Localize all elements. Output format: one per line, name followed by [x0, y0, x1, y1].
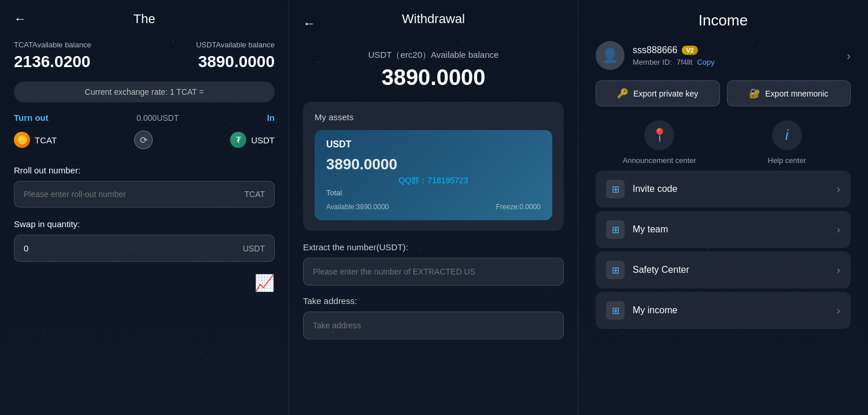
balance-labels-row: TCATAvailable balance USDTAvailable bala… — [14, 40, 275, 49]
announcement-center-item[interactable]: 📍 Announcement center — [596, 120, 723, 165]
menu-list: ⊞ Invite code › ⊞ My team › ⊞ Safety Cen… — [596, 171, 851, 329]
announcement-icon: 📍 — [644, 120, 674, 150]
invite-code-label: Invite code — [633, 184, 677, 194]
safety-center-menu-item[interactable]: ⊞ Safety Center › — [596, 251, 851, 288]
tcat-token-item[interactable]: 🪙 TCAT — [14, 132, 57, 148]
member-id-value: 7f4llt — [677, 58, 692, 66]
swap-in-value: 0 — [24, 243, 28, 253]
invite-code-icon: ⊞ — [606, 180, 625, 198]
swap-direction-row: Turn out 0.000USDT In — [14, 113, 275, 123]
usdt-card-amount: 3890.0000 — [326, 155, 541, 173]
income-title: Income — [596, 12, 851, 29]
assets-card: My assets USDT 3890.0000 QQ群：718195723 T… — [303, 102, 564, 231]
exchange-rate-bar: Current exchange rate: 1 TCAT = — [14, 81, 275, 102]
profile-info: sss888666 V2 Member ID: 7f4llt Copy — [633, 45, 715, 66]
roll-out-input[interactable] — [24, 190, 244, 199]
middle-header: ← Withdrawal — [303, 12, 564, 36]
center-icons-row: 📍 Announcement center i Help center — [596, 120, 851, 165]
usdt-card-total: Total — [326, 188, 541, 197]
tcat-balance-label: TCATAvailable balance — [14, 40, 91, 49]
usdt-balance-value: 3890.0000 — [198, 53, 275, 71]
my-team-chevron: › — [837, 224, 840, 236]
take-address-label: Take address: — [303, 296, 564, 306]
left-header: ← The — [14, 12, 275, 27]
export-private-key-label: Export private key — [633, 89, 698, 98]
roll-out-label: Rroll out number: — [14, 165, 275, 175]
roll-out-suffix: TCAT — [244, 190, 265, 199]
exchange-rate-text: Current exchange rate: 1 TCAT = — [85, 87, 204, 97]
avatar: 👤 — [596, 41, 625, 70]
safety-center-icon: ⊞ — [606, 261, 625, 279]
in-label: In — [267, 113, 275, 123]
token-icons-row: 🪙 TCAT ⟳ ₮ USDT — [14, 131, 275, 149]
tcat-balance-value: 2136.0200 — [14, 53, 90, 71]
qq-watermark: QQ群：718195723 — [326, 176, 541, 186]
extract-label: Extract the number(USDT): — [303, 242, 564, 252]
my-team-label: My team — [633, 224, 668, 235]
balance-values-row: 2136.0200 3890.0000 — [14, 53, 275, 71]
invite-code-chevron: › — [837, 183, 840, 195]
help-center-label: Help center — [768, 156, 806, 165]
announcement-center-label: Announcement center — [623, 156, 696, 165]
back-button-middle[interactable]: ← — [303, 16, 316, 31]
username-row: sss888666 V2 — [633, 45, 715, 55]
my-income-menu-item-left: ⊞ My income — [606, 301, 677, 320]
help-icon: i — [772, 120, 802, 150]
invite-code-menu-item[interactable]: ⊞ Invite code › — [596, 171, 851, 208]
usdt-balance-label: USDTAvailable balance — [196, 40, 275, 49]
freeze-text: Freeze:0.0000 — [496, 203, 541, 211]
v2-badge: V2 — [682, 46, 697, 55]
turn-out-label: Turn out — [14, 113, 49, 123]
help-center-item[interactable]: i Help center — [723, 120, 851, 165]
extract-input[interactable] — [313, 267, 554, 276]
username: sss888666 — [633, 45, 677, 55]
my-team-menu-item[interactable]: ⊞ My team › — [596, 211, 851, 248]
back-button-left[interactable]: ← — [14, 12, 27, 27]
swap-in-suffix: USDT — [243, 244, 265, 253]
avail-balance-label: USDT（erc20）Available balance — [303, 50, 564, 61]
extract-input-box[interactable] — [303, 258, 564, 286]
withdrawal-title: Withdrawal — [402, 12, 465, 27]
lock-icon: 🔐 — [749, 88, 760, 99]
usdt-token-item[interactable]: ₮ USDT — [230, 132, 275, 148]
my-income-chevron: › — [837, 305, 840, 317]
right-panel: Income 👤 sss888666 V2 Member ID: 7f4llt … — [578, 0, 868, 415]
take-address-input-box[interactable] — [303, 312, 564, 339]
my-team-icon: ⊞ — [606, 220, 625, 239]
middle-panel: ← Withdrawal USDT（erc20）Available balanc… — [289, 0, 578, 415]
safety-center-chevron: › — [837, 264, 840, 276]
tcat-token-label: TCAT — [35, 135, 57, 145]
left-panel-title: The — [134, 12, 156, 27]
usdt-amount-display: 0.000USDT — [136, 113, 179, 123]
roll-out-input-box[interactable]: TCAT — [14, 181, 275, 208]
usdt-icon: ₮ — [230, 132, 246, 148]
swap-in-label: Swap in quantity: — [14, 219, 275, 229]
profile-left: 👤 sss888666 V2 Member ID: 7f4llt Copy — [596, 41, 715, 70]
left-panel: ← The TCATAvailable balance USDTAvailabl… — [0, 0, 289, 415]
my-income-icon: ⊞ — [606, 301, 625, 320]
safety-center-menu-item-left: ⊞ Safety Center — [606, 261, 689, 279]
export-mnemonic-label: Export mnemonic — [765, 89, 828, 98]
key-icon: 🔑 — [617, 88, 629, 99]
tcat-icon: 🪙 — [14, 132, 30, 148]
export-private-key-button[interactable]: 🔑 Export private key — [596, 80, 720, 106]
copy-link[interactable]: Copy — [697, 58, 714, 66]
my-income-menu-item[interactable]: ⊞ My income › — [596, 292, 851, 329]
profile-row: 👤 sss888666 V2 Member ID: 7f4llt Copy › — [596, 41, 851, 70]
usdt-card: USDT 3890.0000 QQ群：718195723 Total Avail… — [315, 130, 552, 220]
usdt-card-footer: Available:3890.0000 Freeze:0.0000 — [326, 203, 541, 211]
my-team-menu-item-left: ⊞ My team — [606, 220, 668, 239]
profile-chevron[interactable]: › — [847, 49, 851, 62]
swap-icon[interactable]: ⟳ — [134, 131, 153, 149]
member-id-label: Member ID: — [633, 58, 672, 66]
export-mnemonic-button[interactable]: 🔐 Export mnemonic — [727, 80, 851, 106]
take-address-input[interactable] — [313, 321, 554, 330]
usdt-token-label: USDT — [251, 135, 275, 145]
safety-center-label: Safety Center — [633, 265, 689, 275]
usdt-card-label: USDT — [326, 139, 541, 150]
invite-code-menu-item-left: ⊞ Invite code — [606, 180, 677, 198]
avail-balance-value: 3890.0000 — [303, 65, 564, 90]
available-text: Available:3890.0000 — [326, 203, 389, 211]
chart-icon: 📈 — [254, 273, 275, 292]
chart-icon-area: 📈 — [14, 273, 275, 292]
